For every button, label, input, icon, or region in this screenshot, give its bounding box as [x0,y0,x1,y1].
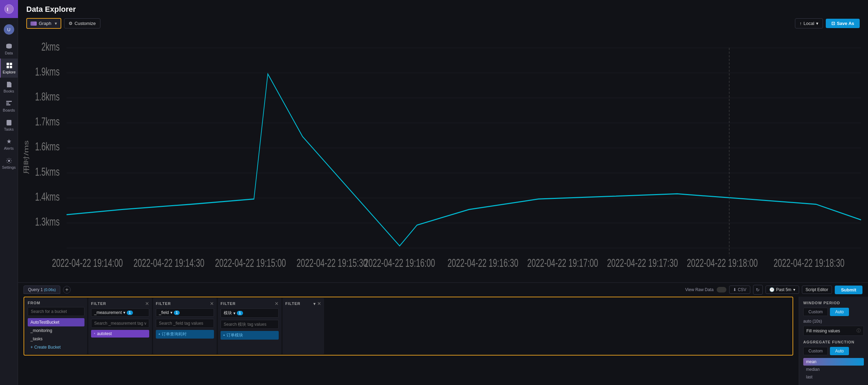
toolbar-right: ↑ Local ▾ ⊡ Save As [795,18,860,28]
filter-close-3[interactable]: ✕ [275,301,279,306]
window-custom-button[interactable]: Custom [803,308,828,316]
svg-rect-9 [6,104,10,105]
sidebar-item-tasks[interactable]: Tasks [0,116,18,135]
create-bucket-label: Create Bucket [34,345,61,350]
agg-custom-button[interactable]: Custom [803,347,828,355]
sidebar-item-user[interactable]: U [0,21,18,40]
add-query-button[interactable]: + [63,286,71,294]
chevron-down-icon: ▾ [793,287,795,292]
agg-option-last[interactable]: last [803,373,864,381]
filter-search-3[interactable] [221,320,279,329]
filter-close-2[interactable]: ✕ [210,301,214,306]
agg-option-median[interactable]: median [803,366,864,373]
sidebar-item-data[interactable]: Data [0,40,18,59]
submit-button[interactable]: Submit [835,286,862,294]
svg-rect-5 [7,66,9,68]
save-as-button[interactable]: ⊡ Save As [826,19,860,28]
chevron-down-icon: ▾ [313,301,316,306]
svg-rect-4 [10,63,12,65]
app-logo[interactable]: I [0,0,18,18]
query-time: (0.06s) [44,288,56,292]
filter-badge-1: 1 [127,310,133,315]
agg-custom-label: Custom [808,349,823,353]
filter-panel-measurement: Filter ✕ _measurement ▾ 1 [88,298,152,354]
filter-controls-2: ✕ [210,301,214,306]
bucket-item-autotestbucket[interactable]: AutoTestBucket [28,318,84,326]
svg-text:用时/ms: 用时/ms [23,140,30,174]
agg-option-mean[interactable]: mean [803,358,864,366]
svg-text:2022-04-22 19:16:30: 2022-04-22 19:16:30 [447,256,518,269]
agg-auto-button[interactable]: Auto [830,347,849,355]
filter-panel-4: Filter ▾ ✕ [283,298,324,354]
graph-type-button[interactable]: Graph ▾ [26,18,61,29]
window-auto-button[interactable]: Auto [830,308,849,316]
csv-button[interactable]: ⬇ CSV [729,286,750,294]
sidebar-item-books-label: Books [3,89,14,93]
filter-panel-header-4: Filter ▾ ✕ [285,301,321,306]
fill-missing-row[interactable]: Fill missing values ⓘ [803,326,864,336]
filter-title-2: Filter [156,301,171,306]
agg-auto-label: Auto [835,349,844,353]
filter-panel-header-3: Filter ✕ [221,301,279,306]
clock-icon: 🕐 [769,287,775,292]
filter-dropdown-2[interactable]: _field ▾ 1 [156,308,214,317]
svg-text:2022-04-22 19:18:30: 2022-04-22 19:18:30 [773,256,844,269]
query-tab[interactable]: Query 1 (0.06s) [24,286,60,294]
svg-rect-3 [7,63,9,65]
bucket-item-monitoring[interactable]: _monitoring [28,326,84,335]
main-area: Data Explorer Graph ▾ ⚙ Customize ↑ Loca… [18,0,868,385]
chevron-down-icon: ▾ [233,311,235,316]
filter-dropdown-3[interactable]: 模块 ▾ 1 [221,308,279,318]
filter-dropdown-label-3: 模块 [224,310,232,316]
sidebar-item-settings[interactable]: Settings [0,154,18,173]
local-button[interactable]: ↑ Local ▾ [795,18,823,28]
svg-text:2022-04-22 19:16:00: 2022-04-22 19:16:00 [364,256,435,269]
create-bucket-link[interactable]: + Create Bucket [28,343,84,351]
agg-last-label: last [806,375,813,379]
svg-text:2022-04-22 19:14:00: 2022-04-22 19:14:00 [52,256,123,269]
sidebar-item-tasks-label: Tasks [4,127,14,131]
chart-svg: .grid-line { stroke: #2a2b35; stroke-wid… [18,32,868,282]
svg-text:I: I [7,7,8,12]
refresh-button[interactable]: ↻ [753,285,763,295]
time-range-button[interactable]: 🕐 Past 5m ▾ [766,286,799,294]
filter-value-label-3: 订单模块 [226,332,243,338]
fill-missing-label: Fill missing values [806,329,840,333]
svg-text:1.8kms: 1.8kms [35,90,60,103]
sidebar-item-alerts[interactable]: Alerts [0,135,18,154]
filter-dropdown-1[interactable]: _measurement ▾ 1 [91,308,149,317]
panels-and-right: FROM AutoTestBucket _monitoring _tasks [18,297,868,385]
view-raw-label: View Raw Data [685,287,714,292]
filter-search-1[interactable] [91,319,149,328]
filter-close-4[interactable]: ✕ [317,301,321,306]
bucket-search-input[interactable] [28,307,84,316]
script-editor-button[interactable]: Script Editor [802,286,832,294]
save-as-label: Save As [837,21,854,26]
filter-value-field[interactable]: 订单查询耗时 [156,330,214,339]
svg-text:1.6kms: 1.6kms [35,140,60,153]
page-title: Data Explorer [26,5,860,14]
sidebar-item-books[interactable]: Books [0,78,18,97]
time-range-label: Past 5m [776,287,791,292]
sidebar-item-boards[interactable]: Boards [0,97,18,116]
bucket-item-tasks[interactable]: _tasks [28,335,84,343]
filter-close-1[interactable]: ✕ [145,301,149,306]
toggle-icon [717,287,726,292]
filter-value-label-1: autotest [97,331,112,336]
filter-badge-2: 1 [174,310,180,315]
avatar: U [4,24,14,35]
customize-button[interactable]: ⚙ Customize [64,18,100,28]
bottom-section: Query 1 (0.06s) + View Raw Data ⬇ CSV ↻ [18,282,868,385]
sidebar-item-explore[interactable]: Explore [0,59,18,78]
view-raw-button[interactable]: View Raw Data [685,287,726,292]
filter-search-2[interactable] [156,319,214,328]
filter-value-module[interactable]: 订单模块 [221,331,279,340]
svg-text:2022-04-22 19:17:30: 2022-04-22 19:17:30 [607,256,678,269]
chevron-down-icon: ▾ [816,21,818,26]
svg-rect-7 [6,101,12,102]
gear-icon: ⚙ [69,21,73,26]
chevron-down-icon: ▾ [170,310,172,315]
graph-label: Graph [39,21,51,26]
filter-controls-3: ✕ [275,301,279,306]
filter-value-measurement[interactable]: autotest [91,330,149,338]
